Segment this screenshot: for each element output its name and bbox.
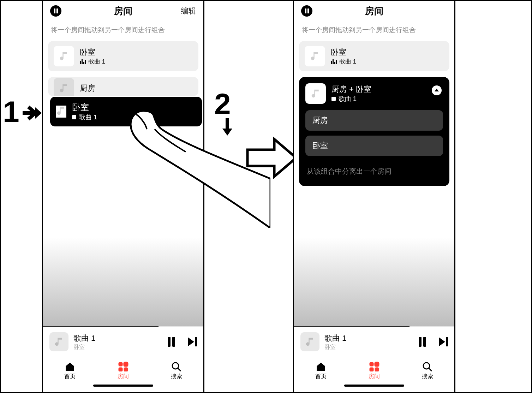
pause-icon[interactable] [50,5,61,17]
tab-rooms[interactable]: 房间 [96,357,150,385]
tab-label: 首页 [315,373,327,380]
room-song: 歌曲 1 [339,58,356,66]
home-indicator [294,385,454,392]
tab-bar: 首页 房间 搜索 [294,357,454,385]
tab-search[interactable]: 搜索 [401,357,454,385]
rooms-list: 卧室 歌曲 1 厨房 + 卧室 歌曲 1 厨房 卧室 从该组合中分离出一个房间 [294,41,454,326]
group-song: 歌曲 1 [339,95,357,103]
album-art-icon [54,46,74,66]
collapse-icon[interactable] [432,85,442,95]
step-1-label: 1 [3,95,19,129]
svg-point-4 [172,363,179,369]
svg-rect-0 [119,362,122,366]
header: 房间 [294,1,454,21]
group-member[interactable]: 厨房 [305,110,443,131]
finger-drag-icon [122,108,270,228]
stop-icon [331,97,336,101]
tab-search[interactable]: 搜索 [150,357,203,385]
drag-hint: 将一个房间拖动到另一个房间进行组合 [43,21,203,41]
room-name: 厨房 [80,83,95,94]
album-art-icon [54,78,74,96]
room-name: 卧室 [80,47,105,58]
tab-home[interactable]: 首页 [43,357,96,385]
page-title: 房间 [114,5,132,17]
room-card[interactable]: 卧室 歌曲 1 [48,41,198,71]
page-title: 房间 [365,5,383,17]
tab-label: 首页 [64,373,76,380]
room-name: 卧室 [72,102,97,113]
bottom-fade [43,238,203,326]
stop-icon [72,115,76,119]
svg-rect-8 [375,368,379,371]
eq-bars-icon [331,59,337,64]
group-member[interactable]: 卧室 [305,136,443,156]
mini-room: 卧室 [73,344,95,351]
home-icon [316,362,326,371]
tab-label: 搜索 [171,373,182,380]
room-card[interactable]: 卧室 歌曲 1 [299,41,449,71]
drag-hint: 将一个房间拖动到另一个房间进行组合 [294,21,454,41]
home-indicator [43,385,203,392]
edit-button[interactable]: 编辑 [181,6,196,16]
header: 房间 编辑 [43,1,203,21]
tab-label: 房间 [118,373,129,380]
album-art-icon [305,83,326,104]
search-icon [171,362,182,371]
rooms-icon [118,362,128,371]
svg-rect-3 [124,368,128,371]
tab-label: 房间 [369,373,380,380]
room-card[interactable]: 厨房 [48,77,198,96]
phone-after: 房间 将一个房间拖动到另一个房间进行组合 卧室 歌曲 1 厨房 + 卧室 [293,1,455,392]
tab-rooms[interactable]: 房间 [347,357,401,385]
album-art-icon [300,332,319,351]
svg-rect-7 [370,368,373,371]
pause-button[interactable] [168,337,175,347]
tab-bar: 首页 房间 搜索 [43,357,203,385]
next-button[interactable] [188,337,197,346]
svg-rect-6 [375,362,379,366]
mini-room: 卧室 [324,344,346,351]
mini-player[interactable]: 歌曲 1 卧室 [294,327,454,357]
eq-bars-icon [80,59,86,64]
search-icon [422,362,433,371]
arrow-right-small-icon [23,105,42,121]
album-art-icon [56,106,66,118]
album-art-icon [49,332,68,351]
mini-player[interactable]: 歌曲 1 卧室 [43,327,203,357]
room-song: 歌曲 1 [88,58,105,66]
album-art-icon [305,46,325,66]
home-icon [65,362,75,371]
mini-song: 歌曲 1 [324,333,346,344]
tab-label: 搜索 [422,373,433,380]
rooms-icon [369,362,379,371]
room-song: 歌曲 1 [79,113,97,121]
svg-point-9 [423,363,430,369]
tab-home[interactable]: 首页 [294,357,347,385]
next-button[interactable] [439,337,448,346]
ungroup-hint: 从该组合中分离出一个房间 [307,167,442,176]
pause-icon[interactable] [301,5,312,17]
svg-rect-2 [119,368,122,371]
room-name: 卧室 [331,47,356,58]
mini-song: 歌曲 1 [73,333,95,344]
room-group-card[interactable]: 厨房 + 卧室 歌曲 1 厨房 卧室 从该组合中分离出一个房间 [299,77,449,186]
svg-rect-5 [370,362,373,366]
bottom-fade [294,238,454,326]
svg-rect-1 [124,362,128,366]
group-name: 厨房 + 卧室 [331,84,371,95]
pause-button[interactable] [419,337,426,347]
